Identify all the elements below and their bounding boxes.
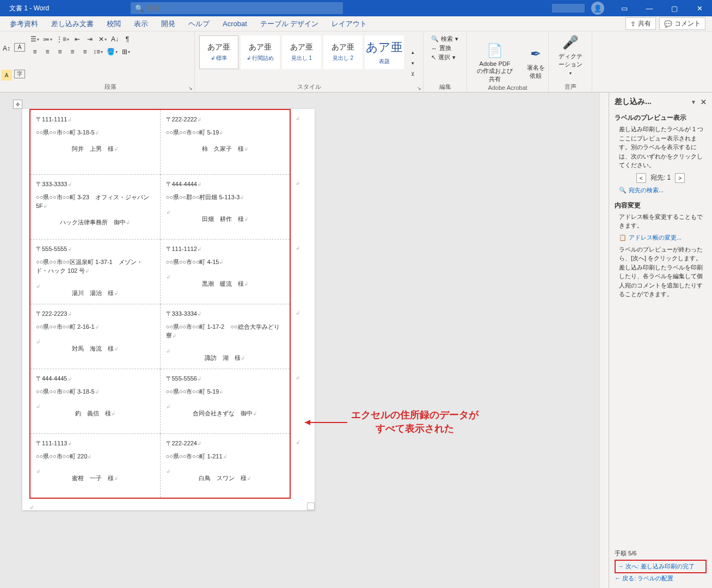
search-box[interactable]: 🔍	[131, 2, 343, 14]
share-button[interactable]: ⇪共有	[625, 17, 656, 30]
preview-section-body: 差し込み印刷したラベルが 1 つここにプレビュー表示されます。別のラベルを表示す…	[615, 125, 707, 170]
next-recipient-button[interactable]: >	[675, 173, 685, 183]
label-cell[interactable]: 〒555-5555↲○○県○○市○○区温泉町 1-37-1 メゾン・ド・ハック …	[30, 239, 160, 304]
recipient-indicator: 宛先: 1	[650, 173, 671, 182]
select-icon: ↖	[431, 54, 436, 61]
user-avatar[interactable]: 👤	[591, 2, 604, 15]
label-cell[interactable]: 〒444-4444↲○○県○○郡○○村田畑 5-113-3↲↲田畑 耕作 様↲↲	[160, 174, 290, 239]
table-move-handle[interactable]: ✥	[13, 100, 22, 109]
align-left-icon[interactable]: ≡	[29, 46, 40, 57]
label-cell[interactable]: 〒111-1113↲○○県○○市○○町 220↲↲蜜柑 一子 様↲	[30, 433, 160, 498]
share-icon: ⇪	[630, 20, 636, 28]
shading-icon[interactable]: 🪣▾	[106, 46, 119, 57]
tab-table-design[interactable]: テーブル デザイン	[254, 19, 326, 29]
find-button[interactable]: 🔍検索▾	[431, 35, 459, 43]
tab-developer[interactable]: 開発	[155, 19, 182, 29]
vertical-scrollbar[interactable]	[599, 93, 609, 588]
numbering-icon[interactable]: ≔▾	[42, 34, 53, 45]
multilevel-icon[interactable]: ⋮≡▾	[55, 34, 70, 45]
borders-icon[interactable]: ⊞▾	[120, 46, 131, 57]
label-cell[interactable]: 〒555-5556↲○○県○○市○○町 5-19↲↲合同会社きずな 御中↲↲	[160, 369, 290, 433]
select-button[interactable]: ↖選択▾	[431, 53, 459, 62]
replace-button[interactable]: ↔置換	[431, 44, 459, 52]
tab-help[interactable]: ヘルプ	[182, 19, 216, 29]
styles-launcher-icon[interactable]: ↘	[417, 85, 421, 91]
back-step-link[interactable]: ← 戻る: ラベルの配置	[615, 574, 707, 583]
annotation-arrow	[305, 418, 348, 427]
pane-close-icon[interactable]: ✕	[701, 98, 707, 106]
ribbon-display-icon[interactable]: ▭	[612, 0, 637, 16]
align-distribute-icon[interactable]: ≡	[79, 46, 90, 57]
prev-recipient-button[interactable]: <	[636, 173, 646, 183]
mail-merge-pane: 差し込み... ▼ ✕ ラベルのプレビュー表示 差し込み印刷したラベルが 1 つ…	[609, 93, 712, 588]
tab-acrobat[interactable]: Acrobat	[216, 20, 254, 28]
bullets-icon[interactable]: ☰▾	[29, 34, 40, 45]
align-center-icon[interactable]: ≡	[42, 46, 53, 57]
text-direction-icon[interactable]: A↕	[1, 43, 12, 54]
dictate-button[interactable]: 🎤ディクテーション▾	[552, 34, 588, 77]
next-step-link[interactable]: → 次へ: 差し込み印刷の完了	[615, 560, 707, 573]
char-shading-icon[interactable]: A	[1, 70, 12, 81]
enclose-icon[interactable]: A	[14, 43, 25, 52]
find-icon: 🔍	[431, 35, 439, 42]
style-no-spacing[interactable]: あア亜↲ 行間詰め	[241, 35, 280, 69]
line-spacing-icon[interactable]: ↕≡▾	[92, 46, 104, 57]
step-indicator: 手順 5/6	[615, 549, 707, 558]
ribbon-group-voice: 🎤ディクテーション▾ 音声	[549, 32, 592, 92]
annotation-text: エクセルの住所録のデータが すべて表示された	[351, 408, 478, 436]
style-heading2[interactable]: あア亜見出し 2	[323, 35, 363, 69]
align-justify-icon[interactable]: ≡	[67, 46, 78, 57]
edit-addressbook-link[interactable]: 📋アドレス帳の変更...	[615, 234, 707, 242]
styles-more-down-icon[interactable]: ▾	[407, 58, 418, 69]
char-border-icon[interactable]: 字	[14, 70, 25, 78]
style-normal[interactable]: あア亜↲ 標準	[199, 35, 238, 69]
style-heading1[interactable]: あア亜見出し 1	[282, 35, 321, 69]
increase-indent-icon[interactable]: ⇥	[84, 34, 95, 45]
paragraph-launcher-icon[interactable]: ↘	[188, 85, 193, 91]
label-cell[interactable]: 〒222-2224↲○○県○○市○○町 1-211↲↲白鳥 スワン 様↲↲	[160, 433, 290, 498]
label-cell[interactable]: 〒111-1111↲○○県○○市○○町 3-18-5↲阿井 上男 様↲	[30, 109, 160, 174]
show-marks-icon[interactable]: ¶	[122, 34, 133, 45]
tab-layout[interactable]: レイアウト	[325, 19, 373, 29]
asian-layout-icon[interactable]: ✕▾	[97, 34, 108, 45]
tab-review[interactable]: 校閲	[100, 19, 127, 29]
ribbon-clipboard-partial: A↕A A字	[0, 32, 26, 92]
pane-menu-icon[interactable]: ▼	[691, 99, 696, 105]
label-cell[interactable]: 〒444-4445↲○○県○○市○○町 3-18-5↲↲釣 義信 様↲	[30, 369, 160, 433]
decrease-indent-icon[interactable]: ⇤	[72, 34, 83, 45]
style-title[interactable]: あア亜表題	[365, 35, 404, 69]
align-right-icon[interactable]: ≡	[54, 46, 65, 57]
tab-references[interactable]: 参考資料	[3, 19, 45, 29]
styles-expand-icon[interactable]: ⊻	[407, 69, 418, 79]
label-cell[interactable]: 〒111-1112↲○○県○○市○○町 4-15↲↲黒潮 暖流 様↲↲	[160, 239, 290, 304]
edit-section-title: 内容変更	[615, 201, 707, 210]
comment-icon: 💬	[664, 20, 672, 28]
maximize-button[interactable]: ▢	[662, 0, 687, 16]
title-bar: 文書 1 - Word 🔍 👤 ▭ — ▢ ✕	[0, 0, 712, 16]
create-pdf-button[interactable]: 📄Adobe PDF の作成および共有	[470, 34, 519, 92]
sort-icon[interactable]: A↓	[109, 34, 120, 45]
label-cell[interactable]: 〒333-3333↲○○県○○市○○町 3-23 オフィス・ジャパン5F↲ハック…	[30, 174, 160, 239]
minimize-button[interactable]: —	[637, 0, 662, 16]
label-cell[interactable]: 〒333-3334↲○○県○○市○○町 1-17-2 ○○総合大学みどり寮↲↲諏…	[160, 304, 290, 369]
tab-mailings[interactable]: 差し込み文書	[45, 19, 100, 29]
ribbon: A↕A A字 ☰▾ ≔▾ ⋮≡▾ ⇤ ⇥ ✕▾ A↓ ¶ ≡ ≡ ≡ ≡ ≡ ↕…	[0, 32, 712, 93]
tab-view[interactable]: 表示	[127, 19, 155, 29]
table-resize-handle[interactable]	[307, 503, 315, 510]
ribbon-group-edit: 🔍検索▾ ↔置換 ↖選択▾ 編集	[423, 32, 467, 92]
label-cell[interactable]: 〒222-2222↲○○県○○市○○町 5-19↲柿 久家子 様↲↲	[160, 109, 290, 174]
next-instructions: ラベルのプレビューが終わったら、[次へ] をクリックします。差し込み印刷したラベ…	[615, 245, 707, 299]
find-recipient-link[interactable]: 🔍宛先の検索...	[615, 186, 707, 194]
pdf-icon: 📄	[487, 43, 503, 58]
page: ✥ 〒111-1111↲○○県○○市○○町 3-18-5↲阿井 上男 様↲ 〒2…	[22, 109, 315, 510]
ribbon-group-paragraph: ☰▾ ≔▾ ⋮≡▾ ⇤ ⇥ ✕▾ A↓ ¶ ≡ ≡ ≡ ≡ ≡ ↕≡▾ 🪣▾ ⊞…	[26, 32, 195, 92]
ribbon-group-styles: あア亜↲ 標準 あア亜↲ 行間詰め あア亜見出し 1 あア亜見出し 2 あア亜表…	[195, 32, 423, 92]
group-label-paragraph: 段落	[26, 83, 194, 91]
styles-more-up-icon[interactable]: ▴	[407, 47, 418, 58]
search-input[interactable]	[147, 4, 339, 12]
document-area[interactable]: ✥ 〒111-1111↲○○県○○市○○町 3-18-5↲阿井 上男 様↲ 〒2…	[0, 93, 599, 588]
comment-button[interactable]: 💬コメント	[659, 17, 705, 30]
request-signature-button[interactable]: ✒署名を依頼	[519, 34, 552, 92]
close-button[interactable]: ✕	[687, 0, 712, 16]
label-cell[interactable]: 〒222-2223↲○○県○○市○○町 2-16-1↲↲対馬 海流 様↲	[30, 304, 160, 369]
